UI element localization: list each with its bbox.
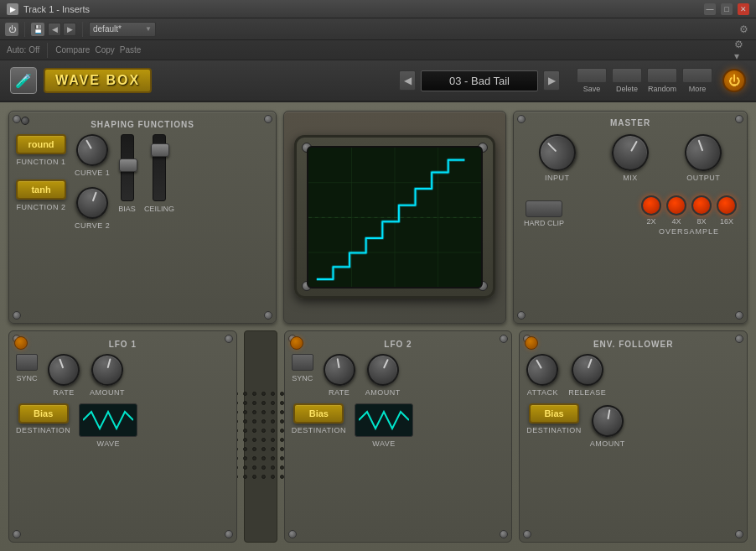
- mix-label: MIX: [623, 174, 638, 182]
- os-8x-button[interactable]: [691, 195, 712, 216]
- minimize-button[interactable]: —: [704, 3, 716, 15]
- os-2x-button[interactable]: [641, 195, 661, 216]
- compare-button[interactable]: Compare: [55, 45, 90, 55]
- power-icon[interactable]: ⏻: [5, 23, 18, 36]
- grill-dot: [252, 392, 256, 396]
- nav-back-button[interactable]: ◀: [48, 23, 61, 36]
- lfo2-amount-label: AMOUNT: [365, 388, 401, 397]
- title-bar-left: ▶ Track 1 - Inserts: [7, 3, 90, 15]
- lfo1-wave-item: WAVE: [79, 403, 137, 448]
- delete-preset-button[interactable]: Delete: [612, 68, 642, 93]
- window-title: Track 1 - Inserts: [23, 4, 90, 14]
- lfo1-sync-label: SYNC: [16, 374, 37, 382]
- random-preset-button[interactable]: Random: [647, 68, 677, 93]
- grill-dot: [271, 465, 275, 470]
- toolbar-nav: ◀ ▶: [48, 23, 76, 36]
- lfo2-sync-section: SYNC: [292, 354, 313, 382]
- output-knob[interactable]: [680, 129, 727, 176]
- master-screw-bl: [517, 311, 526, 320]
- curve2-knob-container: CURVE 2: [75, 187, 110, 230]
- curve1-knob[interactable]: [70, 128, 114, 172]
- master-panel: MASTER INPUT MIX OUTPUT HARD CLI: [513, 111, 748, 324]
- lfo2-destination-button[interactable]: Bias: [293, 403, 344, 424]
- os-16x-button[interactable]: [717, 195, 737, 216]
- close-button[interactable]: ✕: [738, 3, 749, 15]
- env-amount-knob[interactable]: [589, 402, 626, 439]
- lfo2-screw-tr: [500, 335, 508, 343]
- grill-dot: [261, 456, 266, 460]
- lfo1-destination-button[interactable]: Bias: [18, 403, 69, 424]
- grill-dot: [252, 456, 256, 460]
- lfo1-power-button[interactable]: [14, 336, 28, 350]
- function1-button[interactable]: round: [16, 134, 66, 154]
- random-preset-box: [647, 68, 677, 83]
- bias-slider-track: [121, 134, 134, 201]
- scope-outer: [294, 135, 495, 299]
- lfo2-rate-knob[interactable]: [321, 351, 358, 387]
- curve2-knob[interactable]: [72, 183, 113, 224]
- scope-screen: [307, 146, 483, 288]
- output-knob-container: OUTPUT: [685, 134, 722, 182]
- lfo1-rate-knob[interactable]: [44, 349, 85, 390]
- release-knob[interactable]: [567, 349, 608, 390]
- save-icon[interactable]: 💾: [31, 23, 44, 36]
- lfo1-sync-section: SYNC: [16, 354, 38, 382]
- attack-knob[interactable]: [520, 348, 564, 392]
- grill-dot: [261, 392, 266, 396]
- preset-prev-button[interactable]: ◀: [399, 70, 416, 91]
- os-4x-button[interactable]: [666, 195, 686, 216]
- func1-item: round FUNCTION 1: [16, 134, 66, 166]
- ceiling-slider[interactable]: [151, 143, 169, 157]
- lfo1-dest-item: Bias DESTINATION: [16, 403, 70, 448]
- os-8x-item: 8X: [691, 195, 712, 226]
- bias-slider-container: BIAS: [118, 134, 136, 213]
- gear-button[interactable]: ⚙: [736, 22, 751, 37]
- copy-button[interactable]: Copy: [95, 45, 114, 55]
- grill-dot: [271, 438, 275, 442]
- preset-name: 03 - Bad Tail: [421, 70, 538, 91]
- curve1-label: CURVE 1: [75, 169, 110, 177]
- save-preset-button[interactable]: Save: [577, 68, 607, 93]
- maximize-button[interactable]: □: [721, 3, 733, 15]
- preset-select[interactable]: default* ▼: [89, 22, 156, 37]
- grill-dot: [271, 475, 275, 479]
- env-dest-item: Bias DESTINATION: [526, 403, 581, 448]
- os-2x-item: 2X: [641, 195, 661, 226]
- shaping-sliders: BIAS CEILING: [118, 134, 174, 213]
- master-knobs: INPUT MIX OUTPUT: [520, 134, 740, 182]
- lfo2-power-button[interactable]: [290, 336, 303, 350]
- grill-dot: [271, 447, 275, 451]
- lfo2-wave-display[interactable]: [355, 403, 413, 437]
- plugin-power-button[interactable]: ⏻: [722, 69, 746, 92]
- preset-next-button[interactable]: ▶: [543, 70, 560, 91]
- lfo2-amount-knob[interactable]: [361, 348, 403, 390]
- bias-slider[interactable]: [119, 159, 137, 172]
- lfo1-screw-tr: [225, 335, 233, 343]
- grill-dot: [261, 438, 266, 442]
- hard-clip-button[interactable]: [526, 200, 562, 217]
- gear-button2[interactable]: ⚙ ▾: [734, 43, 749, 58]
- mix-knob[interactable]: [605, 127, 655, 178]
- function2-button[interactable]: tanh: [16, 179, 66, 200]
- paste-button[interactable]: Paste: [120, 45, 142, 55]
- lfo1-wave-display[interactable]: [79, 403, 137, 437]
- curve1-knob-container: CURVE 1: [75, 134, 110, 177]
- lfo1-amount-knob[interactable]: [88, 350, 127, 389]
- env-destination-button[interactable]: Bias: [529, 403, 579, 424]
- env-power-button[interactable]: [525, 336, 538, 350]
- save-preset-label: Save: [583, 85, 601, 93]
- lfo2-sync-button[interactable]: [292, 354, 313, 371]
- grill-dot: [271, 392, 275, 396]
- grill-dot: [261, 429, 266, 433]
- more-preset-button[interactable]: More: [682, 68, 712, 93]
- lfo1-sync-button[interactable]: [16, 354, 38, 371]
- lfo1-wave-svg: [83, 408, 133, 433]
- grill-dot: [271, 419, 275, 424]
- nav-forward-button[interactable]: ▶: [63, 23, 76, 36]
- env-inner: ATTACK RELEASE: [526, 354, 740, 397]
- os-16x-item: 16X: [717, 195, 737, 226]
- title-bar: ▶ Track 1 - Inserts — □ ✕: [0, 0, 756, 18]
- input-knob[interactable]: [531, 127, 583, 179]
- bias-label: BIAS: [118, 205, 136, 213]
- oversample-buttons: 2X 4X 8X 16X: [641, 195, 737, 226]
